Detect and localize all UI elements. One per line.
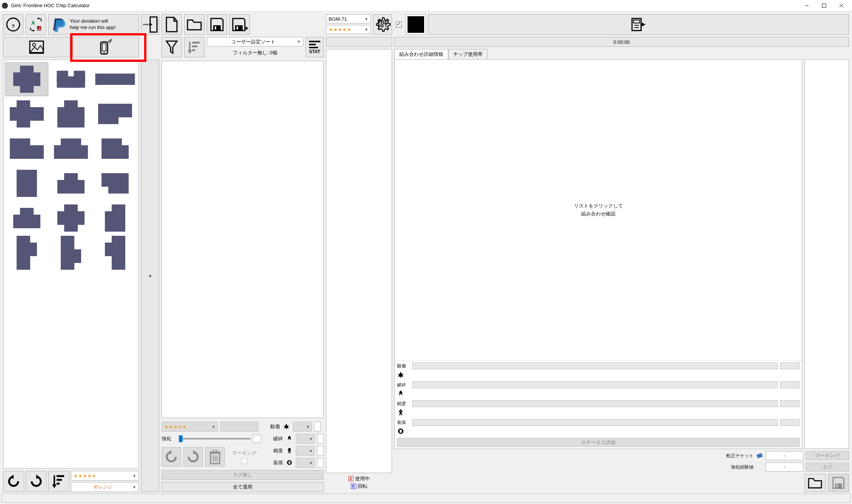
shape-cell[interactable]	[49, 236, 92, 270]
tab-detail[interactable]: 組み合わせ詳細情報	[394, 49, 448, 59]
gear-preset-icon: PRE SET	[374, 16, 391, 33]
marking-result-button[interactable]: マーキング	[806, 451, 849, 460]
color-filter-dropdown[interactable]: オレンジ ▼	[71, 482, 139, 492]
shape-cell[interactable]	[94, 236, 137, 270]
donate-button[interactable]: Your donation will help me run this app!	[48, 14, 139, 35]
funnel-icon	[165, 40, 178, 55]
chip-star-select[interactable]: ★★★★★▼	[161, 422, 218, 432]
reload-input[interactable]	[317, 458, 324, 468]
sort-button[interactable]	[184, 37, 205, 57]
move-right-button[interactable]	[141, 14, 159, 35]
maximize-button[interactable]	[815, 0, 833, 11]
new-file-button[interactable]	[161, 14, 182, 35]
enhance-value[interactable]	[253, 435, 261, 443]
svg-rect-49	[108, 114, 115, 121]
shape-cell[interactable]	[5, 62, 48, 96]
shape-cell[interactable]	[94, 62, 137, 96]
save-result-button[interactable]	[828, 474, 849, 492]
sort-toggle-button[interactable]	[48, 471, 69, 492]
rotate-ccw-button[interactable]	[3, 471, 24, 492]
accuracy-select[interactable]: ▼	[296, 446, 315, 456]
pierce-label: 破砕	[263, 435, 283, 442]
chip-used-list[interactable]	[804, 59, 849, 449]
tag-result-button[interactable]: タグ	[806, 463, 849, 472]
chip-shape-grid[interactable]	[3, 60, 138, 468]
accuracy-input[interactable]	[317, 446, 324, 456]
chevron-down-icon: ▼	[132, 485, 136, 489]
phone-sync-button[interactable]	[72, 37, 139, 57]
shape-cell[interactable]	[94, 97, 137, 131]
chip-listbox[interactable]	[161, 61, 324, 418]
calculate-button[interactable]	[428, 14, 849, 35]
damage-select[interactable]: ▼	[293, 422, 312, 432]
save-as-button[interactable]	[229, 14, 250, 35]
save-button[interactable]	[207, 14, 227, 35]
reload-value	[780, 419, 800, 426]
image-import-button[interactable]	[3, 37, 70, 57]
rotate-cw-button[interactable]	[26, 471, 47, 492]
reload-bar	[412, 419, 778, 426]
move-right-icon	[143, 16, 158, 33]
shape-cell[interactable]	[5, 166, 48, 200]
marking-checkbox-group[interactable]: マーキング	[227, 450, 261, 464]
shape-cell[interactable]	[5, 236, 48, 270]
apply-all-button[interactable]: 全て適用	[161, 482, 324, 492]
star-filter-dropdown[interactable]: ★★★★★ ▼	[71, 471, 139, 481]
pierce-select[interactable]: ▼	[296, 434, 315, 444]
chevron-down-icon: ▼	[309, 449, 313, 453]
shape-cell[interactable]	[49, 62, 92, 96]
pierce-icon	[285, 435, 294, 443]
shape-cell[interactable]	[49, 132, 92, 166]
svg-text:한: 한	[37, 25, 42, 31]
svg-rect-100	[20, 260, 27, 266]
shape-cell[interactable]	[94, 201, 137, 235]
svg-rect-36	[34, 111, 40, 117]
preset-button[interactable]: PRE SET	[373, 14, 392, 35]
hoc-star-select[interactable]: ★★★★★▼	[326, 25, 371, 34]
damage-input[interactable]	[314, 422, 321, 432]
help-button[interactable]: ?	[3, 14, 23, 35]
timer-display: 0:00:00	[394, 37, 849, 47]
stat-button[interactable]: STAT	[306, 37, 324, 57]
add-chip-button[interactable]: +	[141, 60, 159, 492]
damage-icon	[282, 423, 291, 431]
show-preview-checkbox[interactable]	[396, 22, 402, 28]
marking-checkbox[interactable]	[241, 458, 247, 464]
shape-cell[interactable]	[5, 97, 48, 131]
delete-button[interactable]	[205, 447, 225, 467]
tab-usage[interactable]: チップ使用率	[448, 49, 488, 59]
shape-cell[interactable]	[49, 201, 92, 235]
user-sort-dropdown[interactable]: ユーザー設定ソート ▼	[207, 37, 303, 46]
redo-button[interactable]	[183, 447, 203, 467]
svg-rect-19	[23, 83, 30, 89]
minimize-button[interactable]	[798, 0, 815, 11]
svg-rect-66	[118, 149, 125, 155]
language-button[interactable]: A 한	[26, 14, 46, 35]
shape-cell[interactable]	[94, 166, 137, 200]
undo-button[interactable]	[161, 447, 181, 467]
hoc-name-select[interactable]: BGM-71▼	[326, 14, 371, 23]
enhance-slider[interactable]	[179, 435, 251, 443]
legend: E使用中 R回転	[326, 473, 392, 492]
calculate-icon	[631, 17, 647, 32]
close-button[interactable]	[833, 0, 850, 11]
filter-button[interactable]	[161, 37, 182, 57]
shape-cell[interactable]	[94, 132, 137, 166]
open-result-button[interactable]	[804, 474, 826, 492]
reload-select[interactable]: ▼	[296, 458, 315, 468]
result-listbox[interactable]	[326, 49, 392, 473]
svg-rect-1	[822, 4, 826, 8]
pierce-input[interactable]	[317, 434, 324, 444]
tag-none-button[interactable]: タグ無し	[161, 470, 324, 480]
status-detail-button[interactable]: ステータス詳細	[397, 438, 800, 447]
svg-rect-123	[235, 25, 243, 31]
open-folder-button[interactable]	[184, 14, 205, 35]
chip-color-select[interactable]	[220, 422, 258, 432]
shape-cell[interactable]	[5, 132, 48, 166]
shape-cell[interactable]	[5, 201, 48, 235]
damage-bar	[412, 363, 778, 369]
damage-value	[780, 363, 800, 369]
shape-cell[interactable]	[49, 166, 92, 200]
shape-cell[interactable]	[49, 97, 92, 131]
svg-marker-117	[52, 484, 57, 488]
